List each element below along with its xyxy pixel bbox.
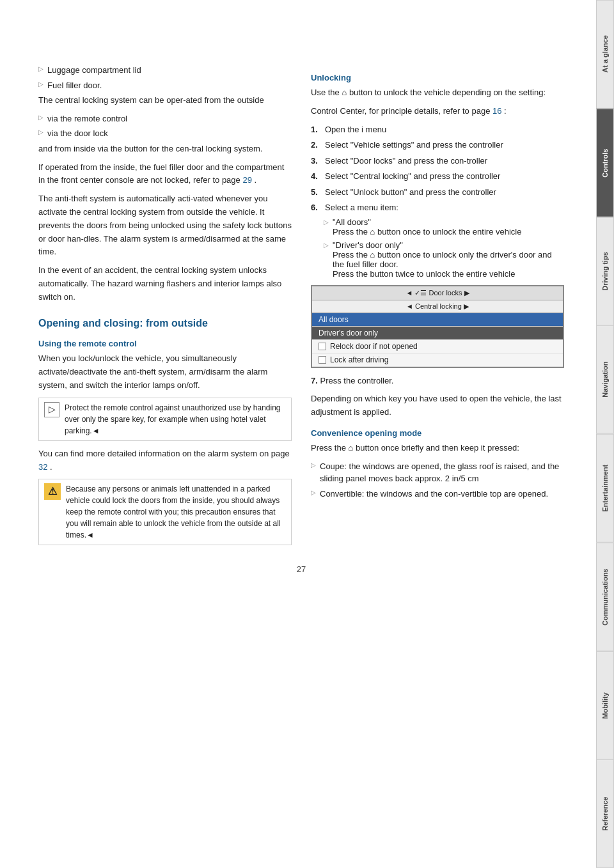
menu-drivers-door-label: "Driver's door only"	[333, 240, 403, 250]
bullet-arrow-icon-3: ▷	[38, 114, 43, 121]
unlock-para1: Use the ⌂ button to unlock the vehicle d…	[311, 86, 564, 100]
sidebar-tab-at-a-glance[interactable]: At a glance	[596, 0, 614, 109]
bullet-fuel: ▷ Fuel filler door.	[38, 79, 292, 92]
door-locks-relock[interactable]: Relock door if not opened	[312, 340, 563, 353]
control-center-link[interactable]: 16	[492, 106, 501, 116]
step-1: 1. Open the i menu	[311, 123, 564, 136]
bullet-coupe-text: Coupe: the windows are opened, the glass…	[320, 460, 564, 485]
notice-icon: ▷	[44, 402, 59, 417]
anti-theft-text: The anti-theft system is automatically a…	[38, 192, 292, 259]
bullet-arrow-all-doors: ▷	[324, 219, 329, 226]
remote-para1: When you lock/unlock the vehicle, you si…	[38, 352, 292, 392]
bullet-convertible-text: Convertible: the windows and the con-ver…	[320, 488, 548, 500]
warning-icon: ⚠	[44, 483, 61, 500]
bullet-remote-text: via the remote control	[47, 112, 127, 125]
step-3: 3. Select "Door locks" and press the con…	[311, 155, 564, 167]
step-2: 2. Select "Vehicle settings" and press t…	[311, 139, 564, 151]
bullet-arrow-coupe: ▷	[311, 461, 316, 469]
bullet-door-lock: ▷ via the door lock	[38, 127, 292, 140]
step-7: 7. Press the controller.	[311, 375, 564, 388]
sidebar-tabs: At a glance Controls Driving tips Naviga…	[596, 0, 614, 868]
bullet-fuel-text: Fuel filler door.	[47, 79, 102, 92]
unlock-para2: Control Center, for principle details, r…	[311, 105, 564, 118]
bullet-arrow-drivers-door: ▷	[324, 242, 329, 249]
central-locking-text: The central locking system can be oper-a…	[38, 94, 292, 107]
sub-heading-remote: Using the remote control	[38, 339, 292, 348]
bullet-remote: ▷ via the remote control	[38, 112, 292, 125]
relock-checkbox[interactable]	[319, 343, 326, 350]
sidebar-tab-communications[interactable]: Communications	[596, 543, 614, 651]
bullet-arrow-icon: ▷	[38, 65, 43, 72]
alarm-link[interactable]: 32	[38, 462, 47, 472]
sidebar-tab-mobility[interactable]: Mobility	[596, 651, 614, 760]
step7-para: Depending on which key you have used to …	[311, 392, 564, 419]
accident-text: In the event of an accident, the central…	[38, 264, 292, 304]
convenience-heading: Convenience opening mode	[311, 428, 564, 438]
sidebar-tab-driving-tips[interactable]: Driving tips	[596, 217, 614, 326]
right-column: Unlocking Use the ⌂ button to unlock the…	[311, 64, 564, 552]
fuel-filler-link[interactable]: 29	[242, 175, 251, 185]
sidebar-tab-reference[interactable]: Reference	[596, 759, 614, 868]
section-heading-opening: Opening and closing: from outside	[38, 317, 292, 330]
bullet-coupe: ▷ Coupe: the windows are opened, the gla…	[311, 460, 564, 485]
convenience-para: Press the ⌂ button once briefly and then…	[311, 442, 564, 455]
bullet-luggage: ▷ Luggage compartment lid	[38, 64, 292, 77]
door-locks-header: ◄ ✓☰ Door locks ▶	[312, 286, 563, 300]
sub-heading-unlocking: Unlocking	[311, 73, 564, 82]
sidebar-tab-navigation[interactable]: Navigation	[596, 325, 614, 434]
inside-text: and from inside via the button for the c…	[38, 143, 292, 156]
door-locks-lock-after[interactable]: Lock after driving	[312, 353, 563, 367]
notice-text: Protect the remote control against unaut…	[65, 402, 286, 437]
door-locks-all-doors[interactable]: All doors	[312, 313, 563, 327]
bullet-arrow-convertible: ▷	[311, 489, 316, 496]
step-6: 6. Select a menu item:	[311, 201, 564, 214]
bullet-arrow-icon-4: ▷	[38, 128, 43, 136]
bullet-convertible: ▷ Convertible: the windows and the con-v…	[311, 488, 564, 500]
step-4: 4. Select "Central locking" and press th…	[311, 170, 564, 183]
menu-all-doors-desc: Press the ⌂ button once to unlock the en…	[333, 227, 521, 236]
step-5: 5. Select "Unlock button" and press the …	[311, 186, 564, 199]
lock-after-checkbox[interactable]	[319, 356, 326, 364]
warning-text: Because any persons or animals left unat…	[66, 483, 286, 541]
sidebar-tab-entertainment[interactable]: Entertainment	[596, 434, 614, 543]
left-column: ▷ Luggage compartment lid ▷ Fuel filler …	[38, 64, 292, 552]
bullet-luggage-text: Luggage compartment lid	[47, 64, 141, 77]
sidebar-tab-controls[interactable]: Controls	[596, 109, 614, 217]
menu-all-doors-label: "All doors"	[333, 217, 371, 227]
bullet-arrow-icon-2: ▷	[38, 81, 43, 88]
warning-box: ⚠ Because any persons or animals left un…	[38, 479, 292, 545]
menu-drivers-door-desc: Press the ⌂ button once to unlock only t…	[333, 250, 552, 279]
fuel-filler-text: If operated from the inside, the fuel fi…	[38, 161, 292, 188]
alarm-text: You can find more detailed information o…	[38, 447, 292, 474]
door-locks-drivers-door[interactable]: Driver's door only	[312, 327, 563, 340]
notice-box-remote: ▷ Protect the remote control against una…	[38, 398, 292, 441]
steps-list: 1. Open the i menu 2. Select "Vehicle se…	[311, 123, 564, 214]
door-locks-subheader: ◄ Central locking ▶	[312, 300, 563, 313]
door-locks-ui: ◄ ✓☰ Door locks ▶ ◄ Central locking ▶ Al…	[311, 285, 564, 368]
page-number: 27	[38, 564, 564, 574]
bullet-door-lock-text: via the door lock	[47, 127, 108, 140]
menu-all-doors: ▷ "All doors" Press the ⌂ button once to…	[324, 217, 564, 279]
